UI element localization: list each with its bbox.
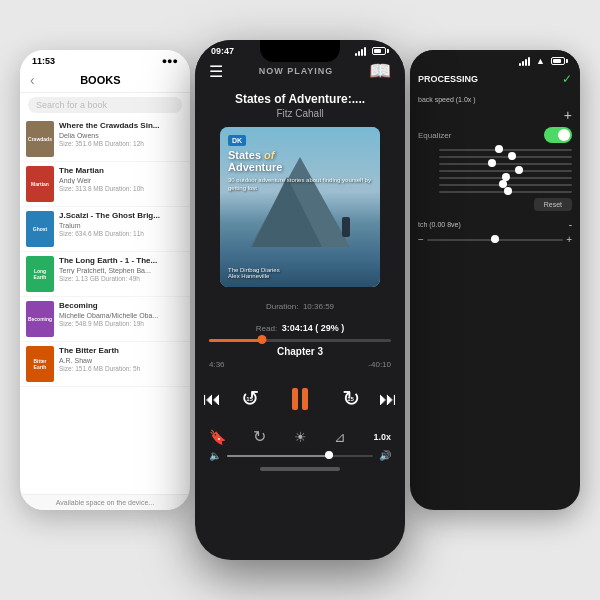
pitch-minus2[interactable]: − xyxy=(418,234,424,245)
eq-thumb[interactable] xyxy=(495,145,503,153)
left-status-icons: ●●● xyxy=(162,56,178,66)
center-battery xyxy=(372,47,389,55)
player-book-title: States of Adventure:.... xyxy=(209,92,391,106)
eq-track[interactable] xyxy=(439,184,572,186)
eq-slider-row xyxy=(418,170,572,172)
book-author: Terry Pratchett, Stephen Ba... xyxy=(59,267,184,274)
eq-thumb[interactable] xyxy=(515,166,523,174)
time-left: -40:10 xyxy=(368,360,391,369)
fast-forward-button[interactable]: ⏭ xyxy=(379,389,397,410)
book-nav-icon[interactable]: 📖 xyxy=(369,60,391,82)
book-item[interactable]: Bitter Earth The Bitter Earth A.R. Shaw … xyxy=(20,342,190,387)
progress-fill xyxy=(209,339,262,342)
menu-icon[interactable]: ☰ xyxy=(209,62,223,81)
volume-thumb[interactable] xyxy=(325,451,333,459)
wifi-icon: ▲ xyxy=(536,56,545,66)
book-info: Becoming Michelle Obama/Michelle Oba... … xyxy=(59,301,184,327)
book-cover: Bitter Earth xyxy=(26,346,54,382)
now-playing-title: NOW PLAYING xyxy=(259,66,334,76)
airplay-icon[interactable]: ⊿ xyxy=(334,429,346,445)
check-icon[interactable]: ✓ xyxy=(562,72,572,86)
home-indicator[interactable] xyxy=(260,467,340,471)
book-title: Becoming xyxy=(59,301,184,311)
book-author: Delia Owens xyxy=(59,132,184,139)
left-time: 11:53 xyxy=(32,56,55,66)
skip-back-seconds: 15 xyxy=(246,396,253,402)
pitch-slider-row: − + xyxy=(418,234,572,245)
eq-slider-row xyxy=(418,163,572,165)
book-author: Tralum xyxy=(59,222,184,229)
eq-thumb[interactable] xyxy=(488,159,496,167)
eq-track[interactable] xyxy=(439,149,572,151)
book-item[interactable]: Becoming Becoming Michelle Obama/Michell… xyxy=(20,297,190,342)
duration-info: Duration: 10:36:59 xyxy=(209,295,391,313)
pause-bar-1 xyxy=(292,388,298,410)
pitch-track[interactable] xyxy=(427,239,563,241)
pause-bar-2 xyxy=(302,388,308,410)
book-item[interactable]: Ghost J.Scalzi - The Ghost Brig... Tralu… xyxy=(20,207,190,252)
book-cover: Becoming xyxy=(26,301,54,337)
battery-icon xyxy=(551,57,568,65)
bookmark-icon[interactable]: 🔖 xyxy=(209,429,226,445)
book-item[interactable]: Crawdads Where the Crawdads Sin... Delia… xyxy=(20,117,190,162)
right-content: back speed (1.0x ) + Equalizer xyxy=(410,90,580,255)
speed-label[interactable]: 1.0x xyxy=(373,432,391,442)
playback-controls: ⏮ ↺ 15 ↻ 15 ⏭ xyxy=(195,373,405,425)
book-item[interactable]: Martian The Martian Andy Weir Size: 313.… xyxy=(20,162,190,207)
album-art: DK States of Adventure 30 outdoor advent… xyxy=(220,127,380,287)
book-author: Michelle Obama/Michelle Oba... xyxy=(59,312,184,319)
brightness-icon[interactable]: ☀ xyxy=(294,429,307,445)
skip-back-button[interactable]: ↺ 15 xyxy=(234,383,266,415)
book-info: J.Scalzi - The Ghost Brig... Tralum Size… xyxy=(59,211,184,237)
equalizer-toggle[interactable] xyxy=(544,127,572,143)
states-text: States xyxy=(228,149,261,161)
reset-button[interactable]: Reset xyxy=(534,198,572,211)
player-book-author: Fitz Cahall xyxy=(209,108,391,119)
plus-icon[interactable]: + xyxy=(564,107,572,123)
book-info: Where the Crawdads Sin... Delia Owens Si… xyxy=(59,121,184,147)
chapter-label: Chapter 3 xyxy=(209,346,391,357)
pause-button[interactable] xyxy=(278,377,322,421)
book-cover: Ghost xyxy=(26,211,54,247)
progress-bar[interactable] xyxy=(209,339,391,342)
album-bottom-author: The Dirtbag Diaries Alex Hanneville xyxy=(228,267,280,279)
book-info: The Bitter Earth A.R. Shaw Size: 151.6 M… xyxy=(59,346,184,372)
time-row: 4:36 -40:10 xyxy=(209,360,391,369)
skip-forward-seconds: 15 xyxy=(347,396,354,402)
processing-title: PROCESSING xyxy=(418,74,478,84)
of-text: of xyxy=(264,149,274,161)
book-cover: Long Earth xyxy=(26,256,54,292)
skip-forward-button[interactable]: ↻ 15 xyxy=(335,383,367,415)
book-meta: Size: 351.6 MB Duration: 12h xyxy=(59,140,184,147)
repeat-icon[interactable]: ↻ xyxy=(253,427,266,446)
pitch-plus[interactable]: + xyxy=(566,234,572,245)
signal-icon xyxy=(519,57,530,66)
rewind-button[interactable]: ⏮ xyxy=(203,389,221,410)
books-title: BOOKS xyxy=(41,74,160,86)
phone-right: ▲ PROCESSING ✓ back speed (1.0x ) + Equa… xyxy=(410,50,580,510)
eq-track[interactable] xyxy=(439,191,572,193)
eq-track[interactable] xyxy=(439,156,572,158)
search-bar[interactable]: Search for a book xyxy=(28,97,182,113)
progress-track[interactable] xyxy=(209,339,391,342)
read-progress-row: Read: 3:04:14 ( 29% ) xyxy=(209,317,391,335)
eq-track[interactable] xyxy=(439,163,572,165)
book-item[interactable]: Long Earth The Long Earth - 1 - The... T… xyxy=(20,252,190,297)
eq-thumb[interactable] xyxy=(504,187,512,195)
eq-track[interactable] xyxy=(439,170,572,172)
book-info: The Long Earth - 1 - The... Terry Pratch… xyxy=(59,256,184,282)
eq-track[interactable] xyxy=(439,177,572,179)
phone-left: 11:53 ●●● ‹ BOOKS Search for a book Craw… xyxy=(20,50,190,510)
progress-thumb[interactable] xyxy=(257,335,266,344)
back-icon[interactable]: ‹ xyxy=(30,72,35,88)
book-title: The Long Earth - 1 - The... xyxy=(59,256,184,266)
pitch-minus[interactable]: - xyxy=(569,219,572,230)
book-meta: Size: 1.13 GB Duration: 49h xyxy=(59,275,184,282)
equalizer-row: Equalizer xyxy=(418,127,572,143)
volume-slider[interactable] xyxy=(227,455,373,457)
album-title: States of Adventure xyxy=(228,149,282,173)
eq-thumb[interactable] xyxy=(508,152,516,160)
center-status-right xyxy=(355,47,389,56)
playback-speed-row: back speed (1.0x ) xyxy=(418,96,572,103)
right-header: PROCESSING ✓ xyxy=(410,68,580,90)
